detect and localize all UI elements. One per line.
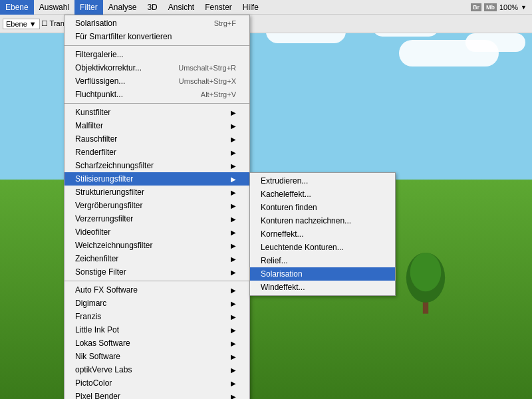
filter-videofilter[interactable]: Videofilter ▶ [65,225,249,239]
franzis-arrow-icon: ▶ [231,313,236,321]
zoom-level: 100% [499,3,518,11]
menubar-item-hilfe[interactable]: Hilfe [237,0,264,15]
filter-objektivkorrektur-label: Objektivkorrektur... [75,63,142,72]
filter-verfluessigen-shortcut: Umschalt+Strg+X [179,77,236,85]
sub-kacheleffekt[interactable]: Kacheleffekt... [250,188,395,201]
pixelbender-arrow-icon: ▶ [231,393,236,400]
menubar-item-auswahl[interactable]: Auswahl [34,0,74,15]
sub-solarisation[interactable]: Solarisation [250,267,395,281]
filter-strukturierung[interactable]: Strukturierungsfilter ▶ [65,186,249,199]
sub-konturen-nachzeichnen[interactable]: Konturen nachzeichnen... [250,214,395,227]
filter-scharfzeichnung-label: Scharfzeichnungsfilter [75,161,154,170]
malfilter-arrow-icon: ▶ [231,122,236,130]
filter-stilisierung-label: Stilisierungsfilter [75,174,133,184]
separator-3 [65,281,249,281]
filter-rauschfilter[interactable]: Rauschfilter ▶ [65,132,249,146]
filter-autofx-label: Auto FX Software [75,285,138,295]
menubar-item-filter[interactable]: Filter [74,0,103,15]
sub-windeffekt[interactable]: Windeffekt... [250,281,395,294]
weichzeichnung-arrow-icon: ▶ [231,242,236,249]
nik-arrow-icon: ▶ [231,353,236,360]
sub-extrudieren-label: Extrudieren... [261,176,308,186]
filter-littleinkpot[interactable]: Little Ink Pot ▶ [65,323,249,336]
filter-lokas[interactable]: Lokas Software ▶ [65,336,249,350]
vergroberung-arrow-icon: ▶ [231,202,236,209]
filter-digimarc-label: Digimarc [75,299,106,308]
filter-scharfzeichnung[interactable]: Scharfzeichnungsfilter ▶ [65,159,249,172]
filter-renderfilter-label: Renderfilter [75,148,116,157]
menubar-item-analyse[interactable]: Analyse [103,0,142,15]
menubar-item-ansicht[interactable]: Ansicht [163,0,200,15]
filter-renderfilter[interactable]: Renderfilter ▶ [65,146,249,159]
filter-malfilter-label: Malfilter [75,121,103,130]
separator-2 [65,103,249,104]
filter-fluchtpunkt[interactable]: Fluchtpunkt... Alt+Strg+V [65,88,249,101]
filter-objektivkorrektur-shortcut: Umschalt+Strg+R [178,64,236,72]
filter-filtergalerie[interactable]: Filtergalerie... [65,48,249,61]
filter-verfluessigen[interactable]: Verflüssigen... Umschalt+Strg+X [65,74,249,88]
sonstige-arrow-icon: ▶ [231,269,236,276]
filter-pixelbender-label: Pixel Bender [75,392,120,399]
sub-konturen-nachzeichnen-label: Konturen nachzeichnen... [261,216,351,225]
background-tree [399,253,452,319]
lokas-arrow-icon: ▶ [231,340,236,347]
sub-relief[interactable]: Relief... [250,254,395,267]
zeichenfilter-arrow-icon: ▶ [231,255,236,263]
filter-solarisation-top-shortcut: Strg+F [214,19,236,27]
filter-fluchtpunkt-shortcut: Alt+Strg+V [201,90,236,98]
sub-konturen-finden-label: Konturen finden [261,203,317,212]
filter-nik[interactable]: Nik Software ▶ [65,350,249,363]
filter-menu: Solarisation Strg+F Für Smartfilter konv… [64,15,250,399]
filter-lokas-label: Lokas Software [75,338,130,348]
filter-autofx[interactable]: Auto FX Software ▶ [65,283,249,297]
videofilter-arrow-icon: ▶ [231,229,236,236]
filter-pixelbender[interactable]: Pixel Bender ▶ [65,390,249,399]
filter-objektivkorrektur[interactable]: Objektivkorrektur... Umschalt+Strg+R [65,61,249,74]
filter-solarisation-top[interactable]: Solarisation Strg+F [65,17,249,30]
filter-zeichenfilter-label: Zeichenfilter [75,254,118,263]
filter-franzis-label: Franzis [75,312,101,321]
filter-vergroberung-label: Vergröberungsfilter [75,201,142,210]
filter-weichzeichnung-label: Weichzeichnungsfilter [75,241,153,250]
zoom-dropdown-icon[interactable]: ▼ [521,4,527,11]
filter-littleinkpot-label: Little Ink Pot [75,325,119,334]
scharfzeichnung-arrow-icon: ▶ [231,162,236,170]
sub-korneffekt[interactable]: Korneffekt... [250,227,395,241]
menubar-item-3d[interactable]: 3D [142,0,162,15]
filter-smartfilter[interactable]: Für Smartfilter konvertieren [65,30,249,43]
filter-filtergalerie-label: Filtergalerie... [75,50,124,59]
menubar-item-fenster[interactable]: Fenster [200,0,237,15]
filter-weichzeichnung[interactable]: Weichzeichnungsfilter ▶ [65,239,249,252]
digimarc-arrow-icon: ▶ [231,300,236,307]
filter-optikverve-label: optikVerve Labs [75,365,132,374]
layer-dropdown[interactable]: Ebene ▼ [3,19,40,29]
littleinkpot-arrow-icon: ▶ [231,327,236,334]
rauschfilter-arrow-icon: ▶ [231,136,236,143]
filter-verzerrung[interactable]: Verzerrungsfilter ▶ [65,212,249,225]
sub-extrudieren[interactable]: Extrudieren... [250,174,395,188]
pictocolor-arrow-icon: ▶ [231,380,236,387]
optikverve-arrow-icon: ▶ [231,366,236,374]
sub-konturen-finden[interactable]: Konturen finden [250,201,395,214]
filter-franzis[interactable]: Franzis ▶ [65,310,249,323]
filter-malfilter[interactable]: Malfilter ▶ [65,119,249,132]
filter-pictocolor-label: PictoColor [75,378,112,388]
filter-rauschfilter-label: Rauschfilter [75,134,117,144]
menubar-item-ebene[interactable]: Ebene [0,0,34,15]
br-icon: Br [471,3,481,11]
filter-optikverve[interactable]: optikVerve Labs ▶ [65,363,249,376]
filter-kunstfilter[interactable]: Kunstfilter ▶ [65,106,249,119]
filter-fluchtpunkt-label: Fluchtpunkt... [75,90,123,99]
filter-zeichenfilter[interactable]: Zeichenfilter ▶ [65,252,249,265]
filter-digimarc[interactable]: Digimarc ▶ [65,297,249,310]
filter-pictocolor[interactable]: PictoColor ▶ [65,376,249,390]
filter-vergroberung[interactable]: Vergröberungsfilter ▶ [65,199,249,212]
sub-leuchtende-konturen[interactable]: Leuchtende Konturen... [250,241,395,254]
filter-kunstfilter-label: Kunstfilter [75,108,110,117]
strukturierung-arrow-icon: ▶ [231,189,236,196]
filter-solarisation-top-label: Solarisation [75,19,117,28]
filter-stilisierung[interactable]: Stilisierungsfilter ▶ Extrudieren... Kac… [65,172,249,186]
verzerrung-arrow-icon: ▶ [231,215,236,223]
sub-relief-label: Relief... [261,256,288,265]
filter-sonstige[interactable]: Sonstige Filter ▶ [65,265,249,279]
